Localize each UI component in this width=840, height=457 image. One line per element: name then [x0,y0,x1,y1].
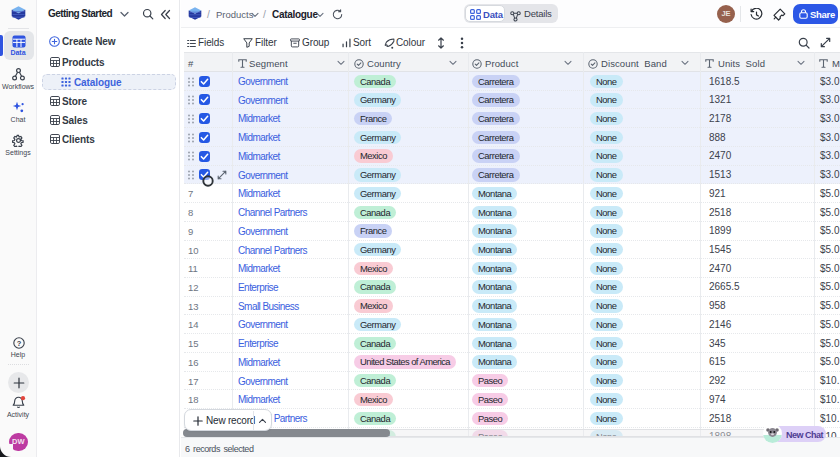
svg-text:?: ? [17,339,22,348]
